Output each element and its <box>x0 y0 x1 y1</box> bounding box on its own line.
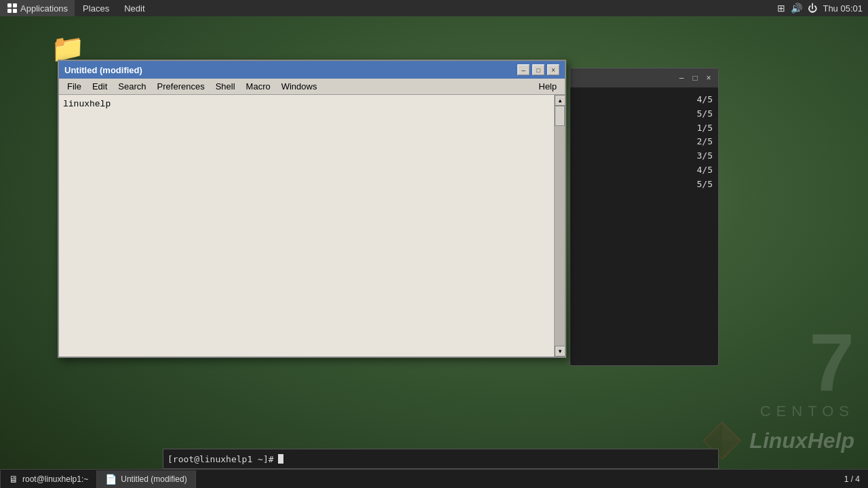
nedit-titlebar: Untitled (modified) – □ × <box>59 61 565 79</box>
nedit-content: linuxhelp <box>63 99 111 109</box>
nedit-menu-preferences[interactable]: Preferences <box>152 79 210 94</box>
top-panel-right: ⊞ 🔊 ⏻ Thu 05:01 <box>777 3 868 14</box>
terminal-maximize-btn[interactable]: □ <box>690 73 701 83</box>
fraction-3-5: 3/5 <box>576 149 713 163</box>
nedit-menu-help[interactable]: Help <box>533 80 562 93</box>
nedit-menu-file[interactable]: File <box>62 79 87 94</box>
nedit-menu[interactable]: Nedit <box>117 0 151 16</box>
centos-text: CENTOS <box>702 403 854 420</box>
taskbar-nedit-label: Untitled (modified) <box>121 474 186 484</box>
applications-icon <box>7 3 18 14</box>
nedit-title: Untitled (modified) <box>64 65 142 75</box>
nedit-title-buttons: – □ × <box>517 64 559 75</box>
nedit-text-area[interactable]: linuxhelp <box>59 95 554 357</box>
terminal-bottom[interactable]: [root@linuxhelp1 ~]# <box>163 449 719 469</box>
taskbar-item-nedit[interactable]: 📄 Untitled (modified) <box>97 470 195 488</box>
scrollbar-up-btn[interactable]: ▲ <box>555 95 566 106</box>
centos-number: 7 <box>702 321 854 403</box>
taskbar-terminal-icon: 🖥 <box>9 474 18 485</box>
terminal-content: 4/5 5/5 1/5 2/5 3/5 4/5 5/5 <box>570 87 718 197</box>
places-menu[interactable]: Places <box>76 0 116 16</box>
nedit-menu-search[interactable]: Search <box>113 79 151 94</box>
taskbar-page-indicator: 1 / 4 <box>844 474 868 484</box>
power-icon: ⏻ <box>808 3 817 14</box>
network-icon: ⊞ <box>777 3 785 14</box>
nedit-menu-edit[interactable]: Edit <box>87 79 113 94</box>
svg-rect-1 <box>13 3 17 7</box>
nedit-menu-shell[interactable]: Shell <box>210 79 241 94</box>
svg-rect-2 <box>7 9 12 13</box>
applications-menu[interactable]: Applications <box>0 0 75 16</box>
taskbar-terminal-label: root@linuxhelp1:~ <box>22 474 88 484</box>
nedit-close-btn[interactable]: × <box>547 64 559 75</box>
taskbar-item-terminal[interactable]: 🖥 root@linuxhelp1:~ <box>0 470 97 488</box>
centos-logo-area: LinuxHelp <box>702 420 854 461</box>
terminal-close-btn[interactable]: × <box>703 73 714 83</box>
terminal-minimize-btn[interactable]: – <box>676 73 687 83</box>
fraction-2-5: 2/5 <box>576 135 713 149</box>
fraction-5-5-2: 5/5 <box>576 178 713 192</box>
scrollbar-down-btn[interactable]: ▼ <box>555 346 566 357</box>
terminal-cursor <box>278 454 283 464</box>
nedit-menubar: File Edit Search Preferences Shell Macro… <box>59 79 565 95</box>
fraction-5-5-1: 5/5 <box>576 107 713 121</box>
taskbar: 🖥 root@linuxhelp1:~ 📄 Untitled (modified… <box>0 469 868 488</box>
fraction-4-5-2: 4/5 <box>576 163 713 178</box>
nedit-window: Untitled (modified) – □ × File Edit Sear… <box>58 60 566 358</box>
fraction-1-5: 1/5 <box>576 121 713 136</box>
top-panel-left: Applications Places Nedit <box>0 0 152 16</box>
nedit-menu-windows[interactable]: Windows <box>276 79 323 94</box>
svg-rect-3 <box>13 9 17 13</box>
taskbar-nedit-icon: 📄 <box>105 474 117 485</box>
nedit-minimize-btn[interactable]: – <box>517 64 530 75</box>
centos-linuxhelp: LinuxHelp <box>749 428 854 453</box>
nedit-menu-macro[interactable]: Macro <box>241 79 276 94</box>
desktop: Applications Places Nedit ⊞ 🔊 ⏻ Thu 05:0… <box>0 0 868 488</box>
nedit-maximize-btn[interactable]: □ <box>532 64 545 75</box>
sound-icon: 🔊 <box>791 3 802 14</box>
centos-watermark: 7 CENTOS LinuxHelp <box>702 321 854 461</box>
nedit-editor: linuxhelp ▲ ▼ <box>59 95 565 357</box>
clock: Thu 05:01 <box>823 3 863 14</box>
terminal-window-background: – □ × 4/5 5/5 1/5 2/5 3/5 4/5 5/5 <box>570 68 719 366</box>
fraction-4-5-1: 4/5 <box>576 93 713 107</box>
terminal-titlebar: – □ × <box>570 68 718 87</box>
svg-rect-0 <box>7 3 12 7</box>
scrollbar-track[interactable] <box>555 106 565 346</box>
top-panel: Applications Places Nedit ⊞ 🔊 ⏻ Thu 05:0… <box>0 0 868 16</box>
nedit-scrollbar[interactable]: ▲ ▼ <box>554 95 565 357</box>
scrollbar-thumb[interactable] <box>555 106 565 126</box>
terminal-prompt: [root@linuxhelp1 ~]# <box>163 454 278 464</box>
